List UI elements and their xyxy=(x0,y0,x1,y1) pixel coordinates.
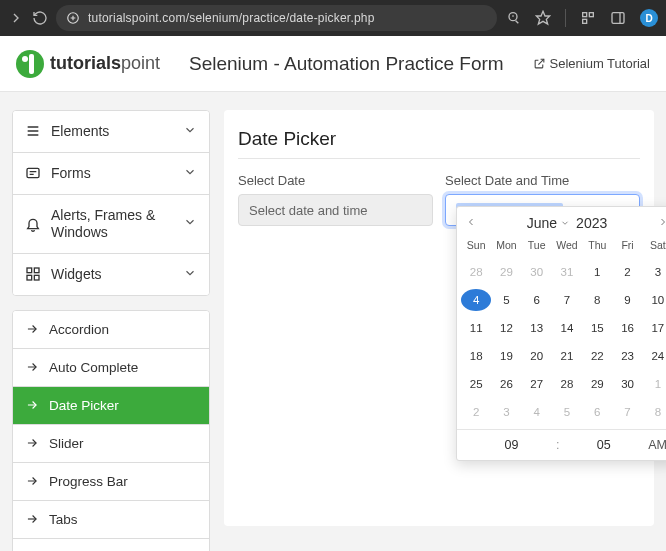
dow-header: Sat xyxy=(643,237,666,255)
profile-avatar[interactable]: D xyxy=(640,9,658,27)
calendar-day[interactable]: 9 xyxy=(612,289,642,311)
calendar-day[interactable]: 5 xyxy=(491,289,521,311)
calendar-day[interactable]: 7 xyxy=(612,401,642,423)
calendar-grid: SunMonTueWedThuFriSat2829303112345678910… xyxy=(457,233,666,429)
sidepanel-icon[interactable] xyxy=(610,10,626,26)
dow-header: Mon xyxy=(491,237,521,255)
calendar-day[interactable]: 4 xyxy=(461,289,491,311)
calendar-day[interactable]: 28 xyxy=(461,261,491,283)
calendar-day[interactable]: 4 xyxy=(522,401,552,423)
calendar-day[interactable]: 8 xyxy=(582,289,612,311)
widget-item-date-picker[interactable]: Date Picker xyxy=(13,387,209,425)
next-month-button[interactable] xyxy=(657,216,666,231)
widget-item-progress-bar[interactable]: Progress Bar xyxy=(13,463,209,501)
calendar-day[interactable]: 27 xyxy=(522,373,552,395)
arrow-right-icon xyxy=(25,474,39,488)
sidebar-section-elements[interactable]: Elements xyxy=(13,111,209,153)
calendar-day[interactable]: 24 xyxy=(643,345,666,367)
widget-item-tabs[interactable]: Tabs xyxy=(13,501,209,539)
sidebar-section-widgets[interactable]: Widgets xyxy=(13,254,209,295)
dow-header: Wed xyxy=(552,237,582,255)
calendar-day[interactable]: 21 xyxy=(552,345,582,367)
svg-marker-1 xyxy=(536,11,549,24)
calendar-day[interactable]: 19 xyxy=(491,345,521,367)
svg-rect-5 xyxy=(612,13,624,24)
search-tab-icon[interactable] xyxy=(505,10,521,26)
arrow-right-icon xyxy=(25,322,39,336)
time-ampm[interactable]: AM xyxy=(648,438,666,452)
calendar-day[interactable]: 6 xyxy=(582,401,612,423)
svg-rect-13 xyxy=(27,268,32,273)
browser-actions: D xyxy=(505,9,658,27)
time-minute[interactable]: 05 xyxy=(559,438,648,452)
calendar-day[interactable]: 5 xyxy=(552,401,582,423)
nav-reload-icon[interactable] xyxy=(32,10,48,26)
page-body: Elements Forms Alerts, Frames & Windows xyxy=(0,92,666,551)
calendar-day[interactable]: 7 xyxy=(552,289,582,311)
dow-header: Tue xyxy=(522,237,552,255)
calendar-day[interactable]: 20 xyxy=(522,345,552,367)
logo[interactable]: tutorialspoint xyxy=(16,50,160,78)
site-header: tutorialspoint Selenium - Automation Pra… xyxy=(0,36,666,92)
label-select-date: Select Date xyxy=(238,173,433,188)
year-select[interactable]: 2023 xyxy=(576,215,607,231)
calendar-day[interactable]: 30 xyxy=(522,261,552,283)
calendar-day[interactable]: 1 xyxy=(643,373,666,395)
calendar-day[interactable]: 16 xyxy=(612,317,642,339)
month-select[interactable]: June xyxy=(527,215,570,231)
calendar-day[interactable]: 22 xyxy=(582,345,612,367)
calendar-day[interactable]: 29 xyxy=(582,373,612,395)
extensions-icon[interactable] xyxy=(580,10,596,26)
time-row: 09 : 05 AM xyxy=(457,429,666,460)
url-text: tutorialspoint.com/selenium/practice/dat… xyxy=(88,11,375,25)
calendar-day[interactable]: 26 xyxy=(491,373,521,395)
svg-rect-16 xyxy=(34,275,39,280)
time-hour[interactable]: 09 xyxy=(467,438,556,452)
calendar-day[interactable]: 31 xyxy=(552,261,582,283)
arrow-right-icon xyxy=(25,512,39,526)
calendar-day[interactable]: 11 xyxy=(461,317,491,339)
selenium-tutorial-link[interactable]: Selenium Tutorial xyxy=(533,56,650,71)
prev-month-button[interactable] xyxy=(465,216,477,231)
calendar-day[interactable]: 3 xyxy=(643,261,666,283)
calendar-day[interactable]: 2 xyxy=(612,261,642,283)
calendar-day[interactable]: 15 xyxy=(582,317,612,339)
calendar-day[interactable]: 30 xyxy=(612,373,642,395)
bookmark-star-icon[interactable] xyxy=(535,10,551,26)
widget-item-slider[interactable]: Slider xyxy=(13,425,209,463)
calendar-day[interactable]: 29 xyxy=(491,261,521,283)
calendar-day[interactable]: 1 xyxy=(582,261,612,283)
address-bar[interactable]: tutorialspoint.com/selenium/practice/dat… xyxy=(56,5,497,31)
sidebar-section-alerts[interactable]: Alerts, Frames & Windows xyxy=(13,195,209,254)
logo-icon xyxy=(16,50,44,78)
select-date-input[interactable]: Select date and time xyxy=(238,194,433,226)
sidebar-section-forms[interactable]: Forms xyxy=(13,153,209,195)
browser-toolbar: tutorialspoint.com/selenium/practice/dat… xyxy=(0,0,666,36)
calendar-day[interactable]: 25 xyxy=(461,373,491,395)
calendar-day[interactable]: 14 xyxy=(552,317,582,339)
calendar-day[interactable]: 10 xyxy=(643,289,666,311)
widget-item-accordion[interactable]: Accordion xyxy=(13,311,209,349)
sidebar: Elements Forms Alerts, Frames & Windows xyxy=(12,110,210,551)
calendar-day[interactable]: 18 xyxy=(461,345,491,367)
widget-item-auto-complete[interactable]: Auto Complete xyxy=(13,349,209,387)
calendar-day[interactable]: 2 xyxy=(461,401,491,423)
calendar-day[interactable]: 23 xyxy=(612,345,642,367)
calendar-day[interactable]: 17 xyxy=(643,317,666,339)
widget-item-tool-tips[interactable]: Tool Tips xyxy=(13,539,209,551)
main-panel: Date Picker Select Date Select date and … xyxy=(224,110,654,526)
form-icon xyxy=(25,165,41,181)
calendar-day[interactable]: 13 xyxy=(522,317,552,339)
nav-forward-icon[interactable] xyxy=(8,10,24,26)
datepicker-popover: June 2023 SunMonTueWedThuFriSat282930311… xyxy=(456,206,666,461)
calendar-day[interactable]: 12 xyxy=(491,317,521,339)
chevron-down-icon xyxy=(183,215,197,232)
site-info-icon[interactable] xyxy=(66,11,80,25)
svg-rect-2 xyxy=(583,13,587,17)
calendar-day[interactable]: 6 xyxy=(522,289,552,311)
dow-header: Sun xyxy=(461,237,491,255)
calendar-day[interactable]: 8 xyxy=(643,401,666,423)
calendar-day[interactable]: 28 xyxy=(552,373,582,395)
svg-rect-10 xyxy=(27,169,39,178)
calendar-day[interactable]: 3 xyxy=(491,401,521,423)
